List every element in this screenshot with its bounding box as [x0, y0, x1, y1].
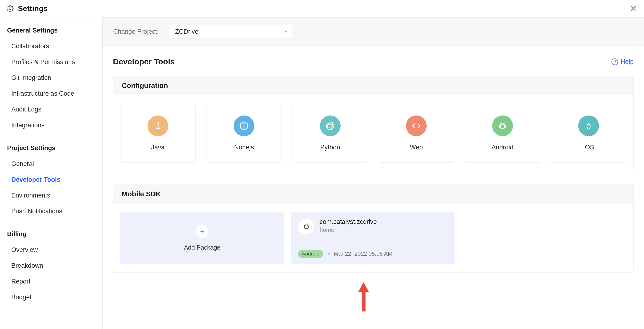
help-link[interactable]: ? Help: [612, 58, 634, 65]
sidebar-item-general[interactable]: General: [7, 156, 102, 172]
config-card-android[interactable]: Android: [465, 104, 540, 162]
sidebar-item-developer-tools[interactable]: Developer Tools: [7, 172, 102, 188]
python-icon: [320, 116, 340, 136]
package-timestamp: Mar 22, 2022 05:06 AM: [334, 250, 393, 257]
android-icon: [298, 218, 314, 235]
package-card[interactable]: com.catalyst.zcdrive home Android Mar 22…: [291, 212, 456, 264]
gear-icon: [6, 5, 14, 12]
sidebar-item-environments[interactable]: Environments: [7, 188, 102, 204]
sidebar-item-git-integration[interactable]: Git Integration: [7, 70, 102, 86]
android-icon: [492, 116, 513, 136]
sidebar-section-project: Project Settings: [7, 144, 102, 152]
config-card-web[interactable]: Web: [379, 104, 454, 162]
page-title: Settings: [18, 4, 48, 13]
svg-rect-2: [304, 225, 308, 228]
config-label: Java: [151, 144, 164, 151]
close-button[interactable]: ✕: [630, 4, 637, 13]
sidebar-section-general: General Settings: [7, 27, 102, 34]
config-label: Nodejs: [234, 144, 254, 151]
change-project-label: Change Project:: [113, 28, 159, 35]
settings-header: Settings ✕: [0, 0, 644, 18]
sidebar-item-profiles-permissions[interactable]: Profiles & Permissions: [7, 54, 102, 70]
configuration-panel: Configuration Java: [113, 76, 634, 171]
config-card-nodejs[interactable]: Nodejs: [206, 104, 282, 162]
mobile-sdk-heading: Mobile SDK: [113, 184, 634, 204]
settings-sidebar: General Settings Collaborators Profiles …: [0, 18, 102, 329]
config-card-python[interactable]: Python: [292, 104, 368, 162]
config-label: Android: [492, 144, 514, 151]
project-select[interactable]: ZCDrive ▾: [170, 25, 292, 38]
package-subtitle: home: [320, 226, 377, 233]
sidebar-item-budget[interactable]: Budget: [7, 290, 102, 305]
sidebar-section-billing: Billing: [7, 230, 102, 238]
sidebar-item-infrastructure-as-code[interactable]: Infrastructure as Code: [7, 86, 102, 102]
project-select-value: ZCDrive: [175, 28, 198, 35]
sidebar-item-report[interactable]: Report: [7, 274, 102, 290]
web-icon: [406, 116, 427, 136]
sidebar-item-audit-logs[interactable]: Audit Logs: [7, 102, 102, 117]
svg-rect-1: [500, 124, 505, 128]
sidebar-item-overview[interactable]: Overview: [7, 242, 102, 258]
platform-badge: Android: [298, 250, 324, 258]
sidebar-item-integrations[interactable]: Integrations: [7, 117, 102, 133]
plus-icon: +: [196, 225, 209, 238]
help-label: Help: [620, 58, 634, 65]
content-title: Developer Tools: [113, 57, 175, 66]
ios-icon: [578, 116, 599, 136]
configuration-heading: Configuration: [113, 76, 634, 95]
config-card-ios[interactable]: IOS: [551, 104, 626, 162]
sidebar-item-collaborators[interactable]: Collaborators: [7, 38, 102, 54]
config-card-java[interactable]: Java: [120, 104, 196, 162]
separator-dot: [328, 253, 330, 255]
chevron-down-icon: ▾: [285, 29, 287, 34]
java-icon: [148, 116, 168, 136]
mobile-sdk-panel: Mobile SDK + Add Package: [113, 184, 634, 273]
svg-point-0: [9, 8, 11, 10]
nodejs-icon: [234, 116, 254, 136]
package-name: com.catalyst.zcdrive: [320, 218, 377, 226]
config-label: Python: [320, 144, 340, 151]
sidebar-item-push-notifications[interactable]: Push Notifications: [7, 204, 102, 219]
help-icon: ?: [612, 58, 618, 65]
add-package-card[interactable]: + Add Package: [120, 212, 284, 264]
project-bar: Change Project: ZCDrive ▾: [102, 18, 644, 46]
config-label: IOS: [583, 144, 594, 151]
sidebar-item-breakdown[interactable]: Breakdown: [7, 258, 102, 274]
add-package-label: Add Package: [184, 244, 220, 251]
config-label: Web: [410, 144, 423, 151]
